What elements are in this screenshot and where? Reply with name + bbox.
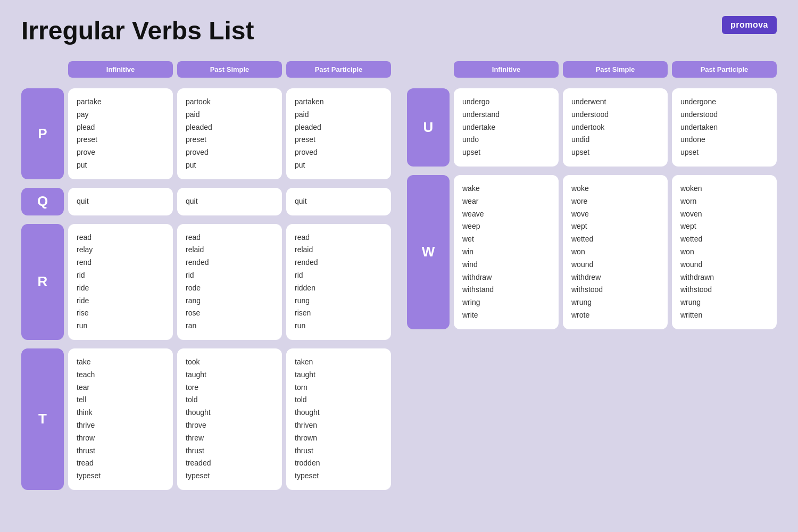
- past_participle-cell: taken taught torn told thought thriven t…: [286, 348, 391, 490]
- past_simple-cell: underwent understood undertook undid ups…: [563, 88, 668, 167]
- past_participle-cell: undergone understood undertaken undone u…: [672, 88, 777, 167]
- infinitive-cell: quit: [68, 188, 173, 215]
- main-content: InfinitivePast SimplePast ParticiplePpar…: [21, 61, 777, 490]
- letter-cell-U: U: [407, 88, 450, 167]
- header-cell-0: [21, 61, 64, 78]
- verb-row: Rread relay rend rid ride ride rise runr…: [21, 224, 391, 340]
- past_simple-cell: read relaid rended rid rode rang rose ra…: [177, 224, 282, 340]
- header-cell-2: Past Simple: [177, 61, 282, 78]
- past_participle-cell: partaken paid pleaded preset proved put: [286, 88, 391, 179]
- logo: promova: [722, 16, 777, 34]
- letter-cell-Q: Q: [21, 188, 64, 215]
- column-0: InfinitivePast SimplePast ParticiplePpar…: [21, 61, 391, 490]
- past_participle-cell: read relaid rended rid ridden rung risen…: [286, 224, 391, 340]
- header-cell-1: Infinitive: [68, 61, 173, 78]
- header-cell-0: [407, 61, 450, 78]
- past_simple-cell: woke wore wove wept wetted won wound wit…: [563, 175, 668, 329]
- header-cell-2: Past Simple: [563, 61, 668, 78]
- past_simple-cell: partook paid pleaded preset proved put: [177, 88, 282, 179]
- past_simple-cell: quit: [177, 188, 282, 215]
- page-title: Irregular Verbs List: [21, 16, 254, 45]
- letter-cell-P: P: [21, 88, 64, 179]
- header-cell-1: Infinitive: [454, 61, 559, 78]
- infinitive-cell: read relay rend rid ride ride rise run: [68, 224, 173, 340]
- verb-row: Ttake teach tear tell think thrive throw…: [21, 348, 391, 490]
- infinitive-cell: take teach tear tell think thrive throw …: [68, 348, 173, 490]
- header-cell-3: Past Participle: [286, 61, 391, 78]
- past_participle-cell: woken worn woven wept wetted won wound w…: [672, 175, 777, 329]
- verb-row: Wwake wear weave weep wet win wind withd…: [407, 175, 777, 329]
- table-header: InfinitivePast SimplePast Participle: [407, 61, 777, 78]
- infinitive-cell: undergo understand undertake undo upset: [454, 88, 559, 167]
- verb-row: Uundergo understand undertake undo upset…: [407, 88, 777, 167]
- letter-cell-T: T: [21, 348, 64, 490]
- infinitive-cell: wake wear weave weep wet win wind withdr…: [454, 175, 559, 329]
- past_participle-cell: quit: [286, 188, 391, 215]
- infinitive-cell: partake pay plead preset prove put: [68, 88, 173, 179]
- header-cell-3: Past Participle: [672, 61, 777, 78]
- verb-row: Ppartake pay plead preset prove putparto…: [21, 88, 391, 179]
- verb-row: Qquitquitquit: [21, 188, 391, 215]
- letter-cell-R: R: [21, 224, 64, 340]
- past_simple-cell: took taught tore told thought throve thr…: [177, 348, 282, 490]
- column-1: InfinitivePast SimplePast ParticipleUund…: [407, 61, 777, 490]
- letter-cell-W: W: [407, 175, 450, 329]
- page-header: Irregular Verbs List promova: [21, 16, 777, 45]
- table-header: InfinitivePast SimplePast Participle: [21, 61, 391, 78]
